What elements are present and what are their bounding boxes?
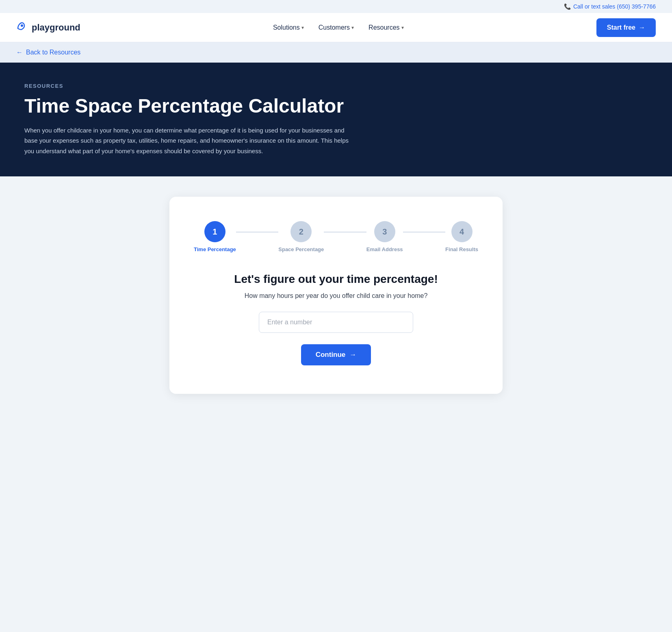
chevron-down-icon: ▾ [401, 25, 404, 30]
hours-input[interactable] [259, 312, 413, 333]
page-title: Time Space Percentage Calculator [24, 96, 648, 117]
hero-description: When you offer childcare in your home, y… [24, 125, 349, 156]
form-subtitle: How many hours per year do you offer chi… [194, 292, 478, 300]
continue-button[interactable]: Continue → [301, 344, 371, 365]
step-4-label: Final Results [445, 246, 478, 252]
step-connector-1-2 [236, 232, 278, 232]
section-label: RESOURCES [24, 83, 648, 89]
brand-name: playground [32, 22, 80, 33]
step-1: 1 Time Percentage [194, 221, 236, 252]
step-2: 2 Space Percentage [278, 221, 324, 252]
back-link[interactable]: ← Back to Resources [16, 49, 80, 56]
arrow-right-icon: → [639, 24, 645, 31]
step-3: 3 Email Address [366, 221, 403, 252]
step-3-circle: 3 [374, 221, 395, 242]
step-connector-3-4 [403, 232, 445, 232]
step-1-circle: 1 [204, 221, 225, 242]
nav-list: Solutions ▾ Customers ▾ Resources ▾ [273, 24, 404, 31]
step-2-circle: 2 [290, 221, 312, 242]
logo-icon [16, 20, 28, 35]
calculator-card: 1 Time Percentage 2 Space Percentage 3 E… [169, 197, 503, 394]
step-4: 4 Final Results [445, 221, 478, 252]
hero-section: RESOURCES Time Space Percentage Calculat… [0, 63, 672, 176]
phone-link[interactable]: 📞 Call or text sales (650) 395-7766 [564, 3, 656, 10]
nav-link-solutions[interactable]: Solutions ▾ [273, 24, 304, 31]
arrow-left-icon: ← [16, 49, 23, 56]
step-2-label: Space Percentage [278, 246, 324, 252]
topbar: 📞 Call or text sales (650) 395-7766 [0, 0, 672, 13]
navbar: playground Solutions ▾ Customers ▾ Resou… [0, 13, 672, 42]
nav-item-solutions[interactable]: Solutions ▾ [273, 24, 304, 31]
brand-link[interactable]: playground [16, 20, 80, 35]
form-section: Let's figure out your time percentage! H… [194, 273, 478, 365]
step-3-label: Email Address [366, 246, 403, 252]
svg-point-0 [21, 24, 23, 27]
start-free-button[interactable]: Start free → [596, 18, 656, 37]
step-4-circle: 4 [451, 221, 473, 242]
form-title: Let's figure out your time percentage! [194, 273, 478, 286]
nav-item-customers[interactable]: Customers ▾ [319, 24, 354, 31]
nav-link-resources[interactable]: Resources ▾ [369, 24, 403, 31]
steps-indicator: 1 Time Percentage 2 Space Percentage 3 E… [194, 221, 478, 252]
main-content: 1 Time Percentage 2 Space Percentage 3 E… [0, 176, 672, 426]
back-bar: ← Back to Resources [0, 42, 672, 63]
phone-icon: 📞 [564, 3, 571, 10]
step-connector-2-3 [324, 232, 366, 232]
step-1-label: Time Percentage [194, 246, 236, 252]
chevron-down-icon: ▾ [351, 25, 354, 30]
nav-item-resources[interactable]: Resources ▾ [369, 24, 403, 31]
phone-text: Call or text sales (650) 395-7766 [573, 3, 656, 10]
chevron-down-icon: ▾ [301, 25, 304, 30]
nav-link-customers[interactable]: Customers ▾ [319, 24, 354, 31]
arrow-right-icon: → [349, 351, 356, 359]
